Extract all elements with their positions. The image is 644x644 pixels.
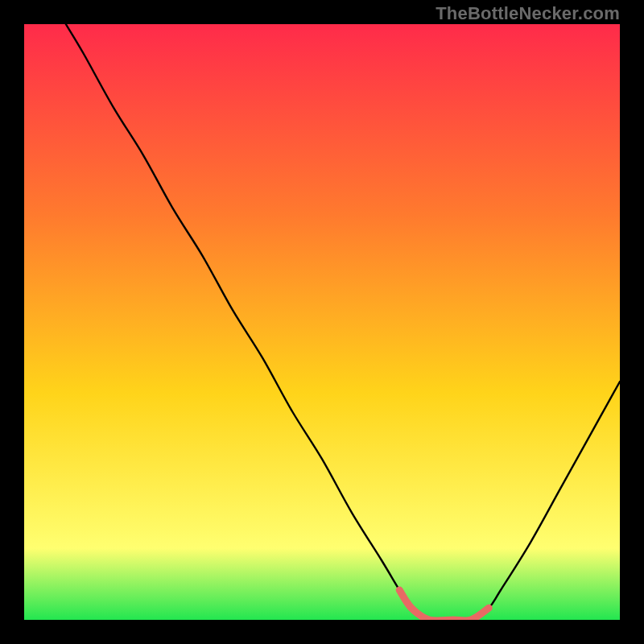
watermark-text: TheBottleNecker.com <box>436 3 620 24</box>
bottleneck-curve <box>66 24 620 620</box>
chart-frame <box>24 24 620 620</box>
bottleneck-curve-svg <box>24 24 620 620</box>
valley-marker <box>399 590 489 620</box>
